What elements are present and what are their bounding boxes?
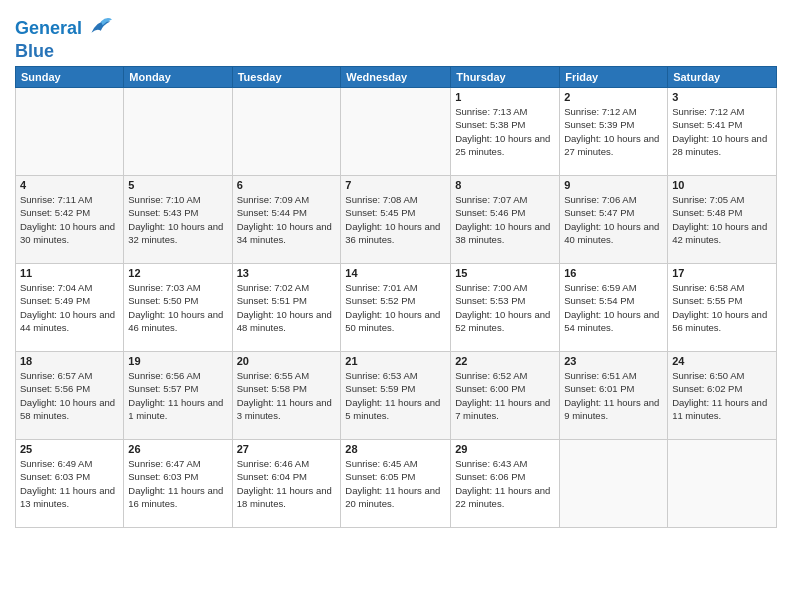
day-number: 11 (20, 267, 119, 279)
day-info: Sunrise: 6:55 AMSunset: 5:58 PMDaylight:… (237, 369, 337, 422)
day-info: Sunrise: 6:49 AMSunset: 6:03 PMDaylight:… (20, 457, 119, 510)
day-info: Sunrise: 6:51 AMSunset: 6:01 PMDaylight:… (564, 369, 663, 422)
day-info: Sunrise: 6:56 AMSunset: 5:57 PMDaylight:… (128, 369, 227, 422)
calendar-cell: 6Sunrise: 7:09 AMSunset: 5:44 PMDaylight… (232, 176, 341, 264)
logo-blue-text: Blue (15, 42, 112, 60)
weekday-header-monday: Monday (124, 67, 232, 88)
calendar-week-row: 18Sunrise: 6:57 AMSunset: 5:56 PMDayligh… (16, 352, 777, 440)
day-number: 3 (672, 91, 772, 103)
day-number: 20 (237, 355, 337, 367)
day-info: Sunrise: 7:01 AMSunset: 5:52 PMDaylight:… (345, 281, 446, 334)
day-info: Sunrise: 7:06 AMSunset: 5:47 PMDaylight:… (564, 193, 663, 246)
calendar-cell (560, 440, 668, 528)
day-info: Sunrise: 7:05 AMSunset: 5:48 PMDaylight:… (672, 193, 772, 246)
day-info: Sunrise: 7:02 AMSunset: 5:51 PMDaylight:… (237, 281, 337, 334)
day-number: 2 (564, 91, 663, 103)
day-info: Sunrise: 7:00 AMSunset: 5:53 PMDaylight:… (455, 281, 555, 334)
calendar-cell (668, 440, 777, 528)
day-number: 28 (345, 443, 446, 455)
day-number: 25 (20, 443, 119, 455)
weekday-header-tuesday: Tuesday (232, 67, 341, 88)
calendar-cell: 11Sunrise: 7:04 AMSunset: 5:49 PMDayligh… (16, 264, 124, 352)
header: General Blue (15, 10, 777, 60)
calendar-cell: 26Sunrise: 6:47 AMSunset: 6:03 PMDayligh… (124, 440, 232, 528)
weekday-header-wednesday: Wednesday (341, 67, 451, 88)
day-info: Sunrise: 7:11 AMSunset: 5:42 PMDaylight:… (20, 193, 119, 246)
calendar-cell: 3Sunrise: 7:12 AMSunset: 5:41 PMDaylight… (668, 88, 777, 176)
day-number: 16 (564, 267, 663, 279)
day-number: 7 (345, 179, 446, 191)
calendar-cell: 19Sunrise: 6:56 AMSunset: 5:57 PMDayligh… (124, 352, 232, 440)
calendar-cell: 21Sunrise: 6:53 AMSunset: 5:59 PMDayligh… (341, 352, 451, 440)
day-number: 13 (237, 267, 337, 279)
day-info: Sunrise: 6:53 AMSunset: 5:59 PMDaylight:… (345, 369, 446, 422)
day-number: 19 (128, 355, 227, 367)
calendar-cell: 28Sunrise: 6:45 AMSunset: 6:05 PMDayligh… (341, 440, 451, 528)
day-info: Sunrise: 6:46 AMSunset: 6:04 PMDaylight:… (237, 457, 337, 510)
calendar-cell: 22Sunrise: 6:52 AMSunset: 6:00 PMDayligh… (451, 352, 560, 440)
calendar-cell: 4Sunrise: 7:11 AMSunset: 5:42 PMDaylight… (16, 176, 124, 264)
day-number: 18 (20, 355, 119, 367)
day-number: 1 (455, 91, 555, 103)
day-number: 14 (345, 267, 446, 279)
day-info: Sunrise: 7:13 AMSunset: 5:38 PMDaylight:… (455, 105, 555, 158)
day-number: 6 (237, 179, 337, 191)
calendar-cell: 23Sunrise: 6:51 AMSunset: 6:01 PMDayligh… (560, 352, 668, 440)
page-container: General Blue SundayMondayTuesdayWednesda… (0, 0, 792, 538)
calendar-cell: 15Sunrise: 7:00 AMSunset: 5:53 PMDayligh… (451, 264, 560, 352)
calendar-week-row: 11Sunrise: 7:04 AMSunset: 5:49 PMDayligh… (16, 264, 777, 352)
day-number: 17 (672, 267, 772, 279)
day-info: Sunrise: 7:03 AMSunset: 5:50 PMDaylight:… (128, 281, 227, 334)
calendar-cell: 9Sunrise: 7:06 AMSunset: 5:47 PMDaylight… (560, 176, 668, 264)
day-info: Sunrise: 7:08 AMSunset: 5:45 PMDaylight:… (345, 193, 446, 246)
day-number: 9 (564, 179, 663, 191)
day-info: Sunrise: 6:43 AMSunset: 6:06 PMDaylight:… (455, 457, 555, 510)
day-number: 21 (345, 355, 446, 367)
calendar-week-row: 4Sunrise: 7:11 AMSunset: 5:42 PMDaylight… (16, 176, 777, 264)
day-info: Sunrise: 6:59 AMSunset: 5:54 PMDaylight:… (564, 281, 663, 334)
weekday-header-row: SundayMondayTuesdayWednesdayThursdayFrid… (16, 67, 777, 88)
day-info: Sunrise: 6:45 AMSunset: 6:05 PMDaylight:… (345, 457, 446, 510)
day-info: Sunrise: 7:04 AMSunset: 5:49 PMDaylight:… (20, 281, 119, 334)
calendar-cell (232, 88, 341, 176)
day-number: 8 (455, 179, 555, 191)
calendar-cell: 27Sunrise: 6:46 AMSunset: 6:04 PMDayligh… (232, 440, 341, 528)
day-info: Sunrise: 6:47 AMSunset: 6:03 PMDaylight:… (128, 457, 227, 510)
day-info: Sunrise: 6:58 AMSunset: 5:55 PMDaylight:… (672, 281, 772, 334)
logo: General Blue (15, 14, 112, 60)
calendar-cell: 8Sunrise: 7:07 AMSunset: 5:46 PMDaylight… (451, 176, 560, 264)
day-number: 24 (672, 355, 772, 367)
logo-text: General (15, 19, 82, 37)
calendar-cell: 2Sunrise: 7:12 AMSunset: 5:39 PMDaylight… (560, 88, 668, 176)
calendar-cell: 7Sunrise: 7:08 AMSunset: 5:45 PMDaylight… (341, 176, 451, 264)
day-number: 29 (455, 443, 555, 455)
weekday-header-saturday: Saturday (668, 67, 777, 88)
weekday-header-sunday: Sunday (16, 67, 124, 88)
day-number: 15 (455, 267, 555, 279)
calendar-cell: 16Sunrise: 6:59 AMSunset: 5:54 PMDayligh… (560, 264, 668, 352)
day-info: Sunrise: 7:12 AMSunset: 5:39 PMDaylight:… (564, 105, 663, 158)
calendar-cell: 12Sunrise: 7:03 AMSunset: 5:50 PMDayligh… (124, 264, 232, 352)
day-number: 27 (237, 443, 337, 455)
calendar-cell: 24Sunrise: 6:50 AMSunset: 6:02 PMDayligh… (668, 352, 777, 440)
calendar-cell: 5Sunrise: 7:10 AMSunset: 5:43 PMDaylight… (124, 176, 232, 264)
day-info: Sunrise: 7:12 AMSunset: 5:41 PMDaylight:… (672, 105, 772, 158)
day-number: 5 (128, 179, 227, 191)
calendar-cell: 25Sunrise: 6:49 AMSunset: 6:03 PMDayligh… (16, 440, 124, 528)
calendar-week-row: 1Sunrise: 7:13 AMSunset: 5:38 PMDaylight… (16, 88, 777, 176)
calendar-cell: 29Sunrise: 6:43 AMSunset: 6:06 PMDayligh… (451, 440, 560, 528)
day-info: Sunrise: 7:10 AMSunset: 5:43 PMDaylight:… (128, 193, 227, 246)
calendar-table: SundayMondayTuesdayWednesdayThursdayFrid… (15, 66, 777, 528)
day-info: Sunrise: 6:50 AMSunset: 6:02 PMDaylight:… (672, 369, 772, 422)
day-number: 26 (128, 443, 227, 455)
day-info: Sunrise: 7:09 AMSunset: 5:44 PMDaylight:… (237, 193, 337, 246)
weekday-header-thursday: Thursday (451, 67, 560, 88)
calendar-cell (16, 88, 124, 176)
day-number: 10 (672, 179, 772, 191)
day-info: Sunrise: 6:52 AMSunset: 6:00 PMDaylight:… (455, 369, 555, 422)
day-number: 12 (128, 267, 227, 279)
calendar-cell: 13Sunrise: 7:02 AMSunset: 5:51 PMDayligh… (232, 264, 341, 352)
calendar-cell: 20Sunrise: 6:55 AMSunset: 5:58 PMDayligh… (232, 352, 341, 440)
calendar-cell: 1Sunrise: 7:13 AMSunset: 5:38 PMDaylight… (451, 88, 560, 176)
logo-bird-icon (84, 14, 112, 42)
